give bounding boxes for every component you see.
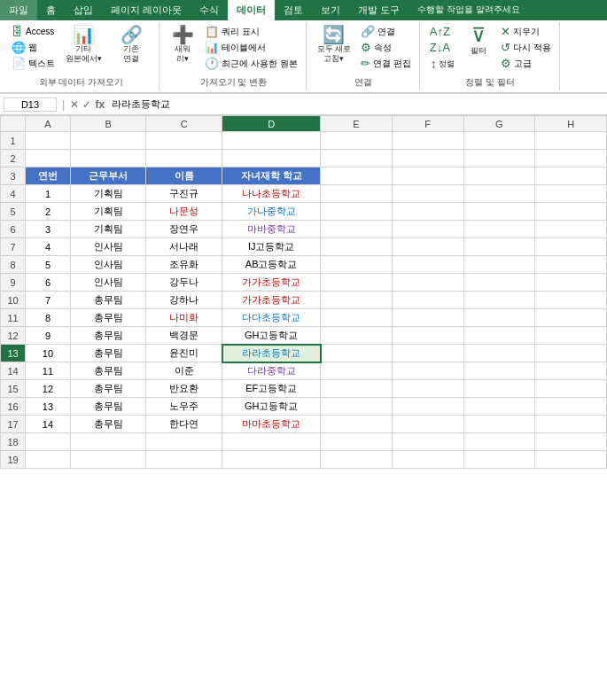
cell-d4[interactable]: 나나초등학교 xyxy=(222,185,321,203)
cell-c1[interactable] xyxy=(146,132,222,150)
cell-c8[interactable]: 조유화 xyxy=(146,256,222,274)
sort-za-button[interactable]: Z↓A xyxy=(427,40,459,55)
cell-c2[interactable] xyxy=(146,150,222,167)
advanced-button[interactable]: ⚙ 고급 xyxy=(498,56,554,71)
cell-d14[interactable]: 다라중학교 xyxy=(222,362,321,380)
cell-a10[interactable]: 7 xyxy=(26,292,70,309)
cell-f2[interactable] xyxy=(392,150,463,167)
cancel-formula-icon[interactable]: ✕ xyxy=(70,98,79,111)
cell-g3[interactable] xyxy=(463,167,535,185)
existing-connections-button[interactable]: 🔗 기존연결 xyxy=(109,24,153,66)
cell-d8[interactable]: AB고등학교 xyxy=(222,256,321,274)
cell-a13[interactable]: 10 xyxy=(26,345,70,362)
cell-c15[interactable]: 반요환 xyxy=(146,380,222,398)
cell-b9[interactable]: 인사팀 xyxy=(70,274,146,292)
cell-b4[interactable]: 기획팀 xyxy=(70,185,146,203)
show-queries-button[interactable]: 📋 쿼리 표시 xyxy=(202,24,300,39)
col-header-g[interactable]: G xyxy=(463,116,535,132)
cell-d17[interactable]: 마마초등학교 xyxy=(222,416,321,433)
cell-a3[interactable]: 연번 xyxy=(26,167,70,185)
cell-a15[interactable]: 12 xyxy=(26,380,70,398)
cell-a16[interactable]: 13 xyxy=(26,398,70,416)
cell-c11[interactable]: 나미화 xyxy=(146,309,222,327)
col-header-a[interactable]: A xyxy=(26,116,70,132)
filter-button[interactable]: ⊽ 필터 xyxy=(463,24,494,58)
cell-c3[interactable]: 이름 xyxy=(146,167,222,185)
cell-d12[interactable]: GH고등학교 xyxy=(222,327,321,345)
cell-d13[interactable]: 라라초등학교 xyxy=(222,345,321,362)
col-header-b[interactable]: B xyxy=(70,116,146,132)
edit-links-button[interactable]: ✏ 연결 편집 xyxy=(358,56,414,71)
cell-g1[interactable] xyxy=(463,132,535,150)
cell-c14[interactable]: 이준 xyxy=(146,362,222,380)
cell-d2[interactable] xyxy=(222,150,321,167)
recent-source-button[interactable]: 🕐 최근에 사용한 원본 xyxy=(202,56,300,71)
cell-b15[interactable]: 총무팀 xyxy=(70,380,146,398)
tab-help[interactable]: 수행할 작업을 알려주세요 xyxy=(409,0,529,20)
cell-b10[interactable]: 총무팀 xyxy=(70,292,146,309)
cell-b11[interactable]: 총무팀 xyxy=(70,309,146,327)
cell-h2[interactable] xyxy=(535,150,607,167)
sort-az-button[interactable]: A↑Z xyxy=(427,24,459,39)
cell-e1[interactable] xyxy=(321,132,393,150)
web-button[interactable]: 🌐 웹 xyxy=(9,40,58,55)
refresh-all-button[interactable]: 🔄 모두 새로고침▾ xyxy=(314,24,355,66)
cell-a12[interactable]: 9 xyxy=(26,327,70,345)
col-header-d[interactable]: D xyxy=(222,116,321,132)
cell-b13[interactable]: 총무팀 xyxy=(70,345,146,362)
cell-b12[interactable]: 총무팀 xyxy=(70,327,146,345)
insert-function-icon[interactable]: fx xyxy=(95,98,105,111)
cell-e3[interactable] xyxy=(321,167,393,185)
cell-b14[interactable]: 총무팀 xyxy=(70,362,146,380)
access-button[interactable]: 🗄 Access xyxy=(9,24,58,39)
tab-home[interactable]: 홈 xyxy=(37,0,65,20)
cell-d1[interactable] xyxy=(222,132,321,150)
cell-f3[interactable] xyxy=(392,167,463,185)
connections-button[interactable]: 🔗 연결 xyxy=(358,24,414,39)
tab-formula[interactable]: 수식 xyxy=(191,0,228,20)
cell-b6[interactable]: 기획팀 xyxy=(70,221,146,238)
cell-b3[interactable]: 근무부서 xyxy=(70,167,146,185)
cell-c7[interactable]: 서나래 xyxy=(146,238,222,256)
cell-c5[interactable]: 나문성 xyxy=(146,203,222,221)
cell-a14[interactable]: 11 xyxy=(26,362,70,380)
cell-a6[interactable]: 3 xyxy=(26,221,70,238)
col-header-h[interactable]: H xyxy=(535,116,607,132)
cell-b5[interactable]: 기획팀 xyxy=(70,203,146,221)
cell-b16[interactable]: 총무팀 xyxy=(70,398,146,416)
tab-data[interactable]: 데이터 xyxy=(228,0,275,20)
cell-c4[interactable]: 구진규 xyxy=(146,185,222,203)
cell-g2[interactable] xyxy=(463,150,535,167)
tab-file[interactable]: 파일 xyxy=(0,0,37,20)
cell-b8[interactable]: 인사팀 xyxy=(70,256,146,274)
cell-h3[interactable] xyxy=(535,167,607,185)
cell-a7[interactable]: 4 xyxy=(26,238,70,256)
tab-view[interactable]: 보기 xyxy=(312,0,349,20)
cell-d6[interactable]: 마바중학교 xyxy=(222,221,321,238)
cell-d16[interactable]: GH고등학교 xyxy=(222,398,321,416)
cell-b2[interactable] xyxy=(70,150,146,167)
cell-c9[interactable]: 강두나 xyxy=(146,274,222,292)
col-header-c[interactable]: C xyxy=(146,116,222,132)
sort-button[interactable]: ↕ 정렬 xyxy=(427,56,459,72)
text-button[interactable]: 📄 텍스트 xyxy=(9,56,58,71)
cell-c6[interactable]: 장연우 xyxy=(146,221,222,238)
cell-d5[interactable]: 가나중학교 xyxy=(222,203,321,221)
formula-input[interactable] xyxy=(108,98,603,111)
cell-a17[interactable]: 14 xyxy=(26,416,70,433)
tab-developer[interactable]: 개발 도구 xyxy=(349,0,409,20)
other-sources-button[interactable]: 📊 기타원본에서▾ xyxy=(61,24,105,66)
cell-d7[interactable]: IJ고등학교 xyxy=(222,238,321,256)
cell-a4[interactable]: 1 xyxy=(26,185,70,203)
cell-d9[interactable]: 가가초등학교 xyxy=(222,274,321,292)
col-header-f[interactable]: F xyxy=(392,116,463,132)
cell-h1[interactable] xyxy=(535,132,607,150)
cell-c17[interactable]: 한다연 xyxy=(146,416,222,433)
cell-b7[interactable]: 인사팀 xyxy=(70,238,146,256)
cell-b1[interactable] xyxy=(70,132,146,150)
cell-e4[interactable] xyxy=(321,185,393,203)
cell-a2[interactable] xyxy=(26,150,70,167)
cell-a1[interactable] xyxy=(26,132,70,150)
cell-c12[interactable]: 백경문 xyxy=(146,327,222,345)
cell-d11[interactable]: 다다초등학교 xyxy=(222,309,321,327)
